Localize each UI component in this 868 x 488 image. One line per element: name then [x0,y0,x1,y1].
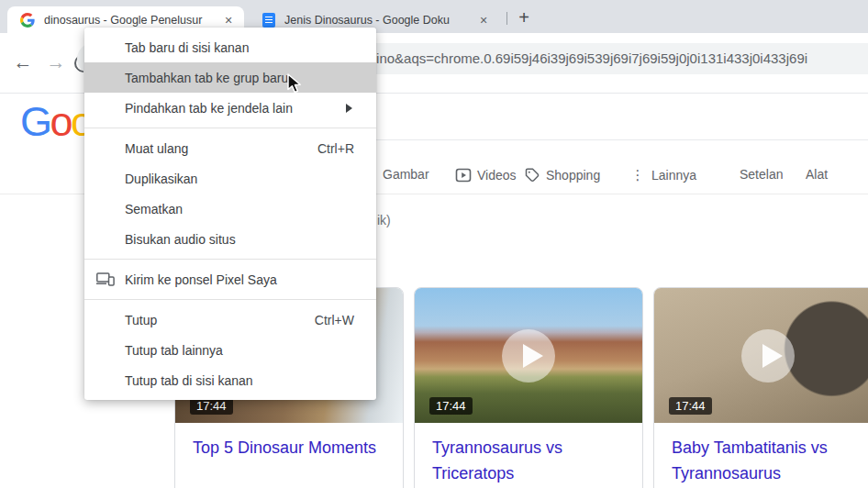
tab-context-menu: Tab baru di sisi kanan Tambahkan tab ke … [84,28,376,400]
logo-letter: G [20,98,50,145]
menu-item-label: Bisukan audio situs [125,232,236,247]
tab-gambar[interactable]: Gambar [383,167,429,182]
video-thumbnail[interactable]: 17:44 [654,288,868,423]
duration-badge: 17:44 [669,397,712,415]
result-tab-label: Alat [806,167,828,182]
menu-item-add-tab-to-new-group[interactable]: Tambahkan tab ke grup baru [84,62,376,93]
video-card[interactable]: 17:44 Tyrannosaurus vs Triceratops [414,287,643,488]
menu-item-label: Kirim ke ponsel Pixel Saya [125,272,277,287]
tab-videos[interactable]: Videos [455,167,517,183]
menu-item-label: Tab baru di sisi kanan [125,40,249,55]
result-tab-label: Shopping [546,168,600,183]
menu-item-reload[interactable]: Muat ulang Ctrl+R [84,133,376,163]
tab-title: dinosaurus - Google Penelusur [44,14,220,27]
result-tab-label: Lainnya [651,168,696,183]
video-title-link[interactable]: Baby Tambatitanis vs Tyrannosaurus [654,423,868,488]
video-title-link[interactable]: Tyrannosaurus vs Triceratops [415,423,642,488]
close-tab-icon[interactable]: ✕ [220,12,237,28]
tab-lainnya[interactable]: ⋮ Lainnya [629,167,696,183]
browser-window: Google Gambar Videos Shopping ⋮ Lainnya … [0,0,868,488]
menu-item-close-tabs-to-right[interactable]: Tutup tab di sisi kanan [84,365,376,395]
menu-item-label: Tutup tab di sisi kanan [125,373,253,388]
menu-item-new-tab-right[interactable]: Tab baru di sisi kanan [84,32,376,62]
result-stats-fragment: ik) [377,213,391,227]
more-vertical-icon: ⋮ [629,167,646,183]
menu-shortcut: Ctrl+W [315,313,354,327]
menu-separator [84,128,376,128]
menu-separator [84,259,376,260]
menu-item-mute-site[interactable]: Bisukan audio situs [84,224,376,254]
menu-item-close[interactable]: Tutup Ctrl+W [84,305,376,335]
submenu-arrow-icon [346,104,352,113]
menu-item-label: Duplikasikan [125,172,197,186]
play-button[interactable] [741,329,795,383]
logo-letter: o [50,98,72,145]
google-docs-icon [262,13,275,28]
play-triangle-icon [762,344,783,368]
mouse-cursor-icon [286,73,306,94]
menu-item-pin[interactable]: Sematkan [84,194,376,224]
back-icon[interactable]: ← [9,49,37,76]
tab-alat[interactable]: Alat [806,167,828,182]
tab-shopping[interactable]: Shopping [524,167,600,183]
menu-separator [84,299,376,300]
tab-title: Jenis Dinosaurus - Google Doku [284,14,475,27]
menu-item-move-tab-to-other-window[interactable]: Pindahkan tab ke jendela lain [84,93,376,123]
result-tab-label: Setelan [740,167,783,182]
tag-icon [524,167,540,183]
result-tab-label: Videos [477,168,517,183]
tab-strip-divider [506,12,507,25]
menu-item-label: Tutup tab lainnya [125,343,223,358]
video-thumbnail[interactable]: 17:44 [415,288,642,423]
new-tab-icon[interactable]: + [512,6,536,29]
menu-item-label: Tambahkan tab ke grup baru [125,71,288,85]
forward-icon[interactable]: → [42,49,70,76]
menu-item-duplicate[interactable]: Duplikasikan [84,163,376,194]
search-box-bottom-edge [363,139,868,140]
menu-item-label: Pindahkan tab ke jendela lain [125,101,293,116]
menu-item-close-other-tabs[interactable]: Tutup tab lainnya [84,335,376,365]
video-card[interactable]: 17:44 Baby Tambatitanis vs Tyrannosaurus [653,287,868,488]
devices-icon [96,272,115,289]
tab-setelan[interactable]: Setelan [740,167,783,182]
result-tab-label: Gambar [383,167,429,182]
menu-item-label: Sematkan [125,202,183,216]
menu-item-label: Muat ulang [125,141,188,156]
google-g-favicon [20,13,35,28]
video-icon [455,167,472,183]
video-title-link[interactable]: Top 5 Dinosaur Moments [175,423,403,472]
play-triangle-icon [523,344,543,368]
menu-shortcut: Ctrl+R [317,141,354,156]
menu-item-send-to-pixel[interactable]: Kirim ke ponsel Pixel Saya [84,264,376,294]
close-tab-icon[interactable]: ✕ [475,12,492,28]
duration-badge: 17:44 [429,397,473,415]
play-button[interactable] [502,329,555,383]
url-text: =dino&aqs=chrome.0.69i59j46i39j69i539j69… [361,50,807,66]
menu-item-label: Tutup [125,313,157,327]
